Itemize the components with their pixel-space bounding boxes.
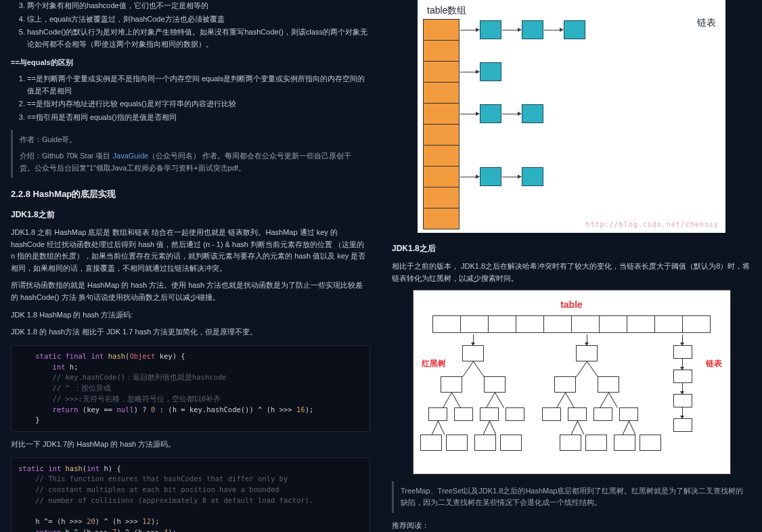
connector-line xyxy=(495,393,504,408)
tree-node xyxy=(506,407,524,421)
tree-node xyxy=(462,345,484,361)
list-item: ==是判断两个变量或实例是不是指向同一个内存空间 equals是判断两个变量或实… xyxy=(27,73,370,97)
table-cell xyxy=(654,315,683,333)
left-column: 两个对象有相同的hashcode值，它们也不一定是相等的 综上，equals方法… xyxy=(0,0,381,532)
linked-list-row xyxy=(460,103,585,125)
connector-line xyxy=(622,421,629,435)
equals-diff-list: ==是判断两个变量或实例是不是指向同一个内存空间 equals是判断两个变量或实… xyxy=(27,73,370,123)
list-node xyxy=(673,418,692,432)
connector-line xyxy=(473,334,474,345)
connector-line xyxy=(608,393,618,408)
table-cell xyxy=(627,315,655,333)
paragraph: JDK 1.8 HashMap 的 hash 方法源码: xyxy=(11,309,370,322)
quote-text: TreeMap、TreeSet以及JDK1.8之后的HashMap底层都用到了红… xyxy=(401,487,743,507)
list-node xyxy=(673,345,692,359)
connector-line xyxy=(565,393,575,408)
linked-list-row xyxy=(460,145,585,167)
diagram1-watermark: http://blog.csdn.net/chenssy xyxy=(585,219,719,230)
linked-list-node xyxy=(480,167,501,186)
subheading-equals-vs-double-equals: ==与equals的区别 xyxy=(11,57,370,69)
connector-line xyxy=(570,421,577,435)
linked-list-row xyxy=(460,187,585,208)
list-item: ==指引用是否相同 equals()指的是值是否相同 xyxy=(27,112,370,124)
connector-line xyxy=(682,334,683,345)
recommended-reading: 推荐阅读： xyxy=(392,520,751,532)
tree-node xyxy=(441,376,462,393)
linked-list-row xyxy=(460,166,585,187)
linked-list-row xyxy=(460,82,585,104)
array-slot xyxy=(423,145,460,167)
connector-line xyxy=(600,393,609,408)
table-cell xyxy=(488,315,516,333)
table-cell xyxy=(682,315,711,333)
list-item: ==是指对内存地址进行比较 equals()是对字符串的内容进行比较 xyxy=(27,98,370,110)
array-slot xyxy=(423,124,460,146)
diagram2-label-tree: 红黑树 xyxy=(422,357,446,370)
quote-intro-before: 介绍：Github 70k Star 项目 xyxy=(20,152,113,160)
connector-line xyxy=(483,421,489,435)
list-node xyxy=(673,370,692,383)
table-cell xyxy=(460,315,489,333)
diagram2-label-list: 链表 xyxy=(706,357,722,370)
heading-jdk18-after: JDK1.8之后 xyxy=(392,242,751,255)
tree-node xyxy=(585,435,607,451)
paragraph: 对比一下 JDK1.7的 HashMap 的 hash 方法源码。 xyxy=(11,439,370,451)
tree-node xyxy=(593,407,612,421)
right-column: table数组 链表 http://blog.csdn.net/chenssy … xyxy=(381,0,762,532)
connector-line xyxy=(438,421,445,435)
paragraph: JDK1.8 之前 HashMap 底层是 数组和链表 结合在一起使用也就是 链… xyxy=(11,227,370,274)
hashcode-notes-list: 两个对象有相同的hashcode值，它们也不一定是相等的 综上，equals方法… xyxy=(27,0,370,50)
array-slot xyxy=(423,19,460,41)
linked-list-node xyxy=(522,104,543,123)
tree-node xyxy=(474,435,496,451)
connector-line xyxy=(577,421,584,435)
tree-node xyxy=(568,407,587,421)
connector-line xyxy=(489,421,496,435)
array-slot xyxy=(423,166,460,187)
list-node xyxy=(673,394,692,407)
table-cell xyxy=(571,315,600,333)
connector-line xyxy=(451,393,461,408)
tree-node xyxy=(500,435,522,451)
author-blockquote: 作者：Guide哥。 介绍：Github 70k Star 项目 JavaGui… xyxy=(11,130,370,178)
diagram2-table-row xyxy=(419,315,725,333)
connector-line xyxy=(431,421,438,435)
connector-line xyxy=(556,393,566,408)
tree-node xyxy=(614,435,635,451)
connector-line xyxy=(473,361,485,377)
tree-node xyxy=(554,376,576,393)
diagram2-title: table xyxy=(419,297,725,312)
rbtree-blockquote: TreeMap、TreeSet以及JDK1.8之后的HashMap底层都用到了红… xyxy=(392,481,751,513)
diagram-table-linkedlist: table数组 链表 http://blog.csdn.net/chenssy xyxy=(418,0,725,233)
tree-node xyxy=(542,407,561,421)
connector-line xyxy=(682,383,683,394)
code-block-hash-jdk18: static final int hash(Object key) { int … xyxy=(11,345,370,432)
tree-node xyxy=(640,435,661,451)
array-slot xyxy=(423,187,460,208)
heading-hashmap-impl: 2.2.8 HashMap的底层实现 xyxy=(11,187,370,202)
paragraph: 相比于之前的版本， JDK1.8之后在解决哈希冲突时有了较大的变化，当链表长度大… xyxy=(392,261,751,284)
connector-line xyxy=(587,361,598,377)
connector-line xyxy=(576,361,587,377)
heading-jdk18-before: JDK1.8之前 xyxy=(11,208,370,221)
tree-node xyxy=(420,435,442,451)
connector-line xyxy=(443,393,452,408)
tree-node xyxy=(619,407,638,421)
diagram-table-rbtree: table 红黑树 链表 xyxy=(413,290,731,474)
connector-line xyxy=(486,393,495,408)
tree-node xyxy=(480,407,499,421)
diagram1-label-list: 链表 xyxy=(697,15,716,30)
diagram1-rows xyxy=(460,19,585,229)
list-item: 两个对象有相同的hashcode值，它们也不一定是相等的 xyxy=(27,0,370,12)
tree-node xyxy=(598,376,619,393)
diagram1-title: table数组 xyxy=(427,3,466,18)
linked-list-row xyxy=(460,208,585,229)
quote-author: 作者：Guide哥。 xyxy=(20,134,363,146)
diagram1-array-column xyxy=(423,19,460,229)
tree-node xyxy=(454,407,473,421)
array-slot xyxy=(423,82,460,104)
table-cell xyxy=(543,315,572,333)
diagram2-stage: 红黑树 链表 xyxy=(419,337,725,466)
tree-node xyxy=(484,376,506,393)
javaguide-link[interactable]: JavaGuide xyxy=(113,152,149,160)
